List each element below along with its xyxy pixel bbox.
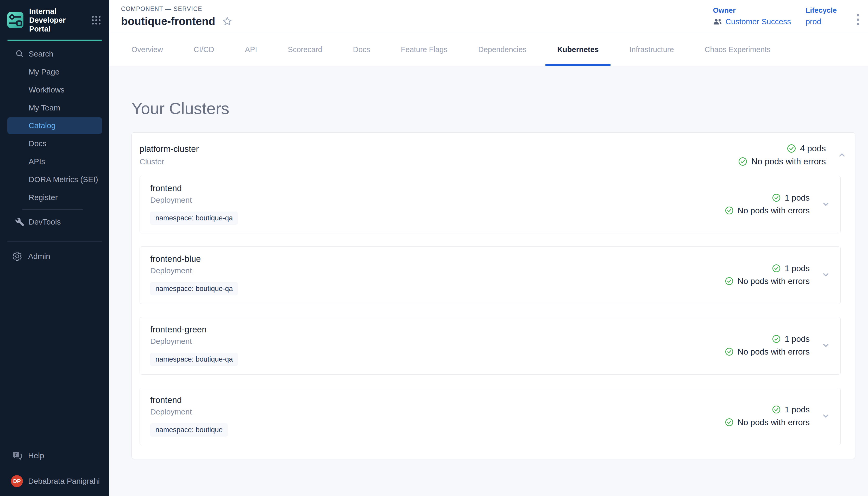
sidebar-user[interactable]: DP Debabrata Panigrahi (0, 472, 109, 490)
search-icon (15, 49, 25, 59)
cluster-name: platform-cluster (140, 144, 199, 154)
tab[interactable]: Feature Flags (389, 33, 459, 66)
chevron-down-icon[interactable] (821, 411, 831, 421)
check-circle-icon (725, 418, 734, 427)
deployment-card[interactable]: frontend-blue Deployment namespace: bout… (140, 246, 841, 304)
help-chat-icon: ? (12, 451, 22, 461)
lifecycle-block: Lifecycle prod (805, 6, 837, 26)
app-root: Internal Developer Portal Search My Page (0, 0, 868, 496)
deployment-name: frontend (150, 395, 228, 405)
deployment-list: frontend Deployment namespace: boutique-… (132, 174, 855, 459)
page-title: boutique-frontend (121, 15, 215, 28)
deployment-card[interactable]: frontend Deployment namespace: boutique (140, 388, 841, 445)
sidebar-item-label: Search (29, 49, 53, 58)
apps-grid-icon[interactable] (92, 16, 100, 25)
sidebar-item-search[interactable]: Search (0, 45, 109, 63)
portal-logo-icon (7, 12, 23, 28)
chevron-up-icon[interactable] (837, 150, 847, 160)
check-circle-icon (772, 335, 781, 343)
chevron-down-icon[interactable] (821, 340, 831, 351)
tab[interactable]: Kubernetes (545, 33, 611, 66)
sidebar-item[interactable]: Docs (0, 135, 109, 152)
sidebar: Internal Developer Portal Search My Page (0, 0, 109, 496)
sidebar-item[interactable]: My Page (0, 63, 109, 81)
favorite-star-icon[interactable] (222, 16, 232, 27)
deployment-pods-count: 1 pods (785, 334, 810, 344)
sidebar-item-label: Docs (29, 139, 46, 148)
sidebar-item-devtools[interactable]: DevTools (0, 213, 109, 231)
sidebar-item[interactable]: Register (0, 188, 109, 206)
deployment-kind: Deployment (150, 196, 238, 204)
tab[interactable]: Overview (120, 33, 175, 66)
lifecycle-label: Lifecycle (805, 6, 837, 15)
tab[interactable]: API (233, 33, 269, 66)
deployment-name: frontend-green (150, 325, 238, 335)
lifecycle-value: prod (805, 17, 837, 26)
tab[interactable]: Scorecard (276, 33, 334, 66)
tab-label: CI/CD (194, 45, 214, 54)
check-circle-icon (772, 405, 781, 414)
chevron-down-icon[interactable] (821, 269, 831, 280)
more-options-kebab-icon[interactable] (855, 13, 861, 27)
kubernetes-content: Your Clusters platform-cluster Cluster (109, 66, 868, 496)
deployment-pods-count: 1 pods (785, 405, 810, 415)
wrench-icon (15, 217, 25, 227)
user-avatar: DP (11, 475, 23, 487)
deployment-kind: Deployment (150, 337, 238, 346)
check-circle-icon (738, 157, 748, 166)
sidebar-item-help[interactable]: ? Help (0, 447, 109, 465)
tab-label: Feature Flags (401, 45, 448, 54)
deployment-kind: Deployment (150, 266, 238, 275)
check-circle-icon (725, 277, 734, 285)
logo-row: Internal Developer Portal (0, 0, 109, 40)
tab[interactable]: Docs (341, 33, 382, 66)
sidebar-item[interactable]: My Team (0, 99, 109, 117)
tab-label: Overview (131, 45, 163, 54)
check-circle-icon (725, 347, 734, 356)
sidebar-item-admin[interactable]: Admin (0, 247, 109, 265)
sidebar-divider (7, 241, 102, 242)
tab-label: Docs (353, 45, 370, 54)
namespace-chip: namespace: boutique (150, 423, 228, 437)
sidebar-item[interactable]: DORA Metrics (SEI) (0, 170, 109, 188)
cluster-kind: Cluster (140, 157, 199, 166)
user-name: Debabrata Panigrahi (28, 477, 100, 485)
sidebar-item[interactable]: Catalog (7, 117, 102, 134)
deployment-name: frontend (150, 183, 238, 193)
sidebar-item[interactable]: Workflows (0, 81, 109, 99)
cluster-pods-count: 4 pods (800, 143, 826, 153)
sidebar-item-label: Help (28, 451, 44, 460)
sidebar-item-label: Catalog (29, 121, 55, 130)
deployment-card[interactable]: frontend-green Deployment namespace: bou… (140, 317, 841, 375)
owner-block: Owner Customer Success (713, 6, 791, 26)
sidebar-item-label: DevTools (29, 218, 61, 227)
deployment-errors-status: No pods with errors (738, 276, 810, 286)
svg-text:?: ? (14, 452, 17, 456)
owner-value-link[interactable]: Customer Success (725, 17, 791, 26)
tab[interactable]: Infrastructure (618, 33, 686, 66)
sidebar-item-label: My Page (29, 67, 59, 76)
sidebar-item-label: Workflows (29, 86, 65, 94)
check-circle-icon (772, 193, 781, 202)
tab[interactable]: Chaos Experiments (693, 33, 782, 66)
tab-label: API (245, 45, 257, 54)
people-icon (713, 18, 722, 25)
cluster-header[interactable]: platform-cluster Cluster 4 pods (132, 133, 855, 174)
main-area: COMPONENT — SERVICE boutique-frontend Ow… (109, 0, 868, 496)
tab[interactable]: Dependencies (467, 33, 538, 66)
deployment-errors-status: No pods with errors (738, 347, 810, 357)
sidebar-item[interactable]: APIs (0, 152, 109, 170)
deployment-pods-count: 1 pods (785, 264, 810, 273)
chevron-down-icon[interactable] (821, 199, 831, 210)
deployment-card[interactable]: frontend Deployment namespace: boutique-… (140, 176, 841, 233)
cluster-errors-status: No pods with errors (751, 157, 826, 167)
sidebar-item-label: My Team (29, 104, 60, 112)
tab[interactable]: CI/CD (182, 33, 226, 66)
cluster-card: platform-cluster Cluster 4 pods (131, 132, 855, 459)
sidebar-item-label: DORA Metrics (SEI) (29, 175, 98, 184)
check-circle-icon (725, 206, 734, 215)
namespace-chip: namespace: boutique-qa (150, 282, 238, 295)
page-header: COMPONENT — SERVICE boutique-frontend Ow… (109, 0, 868, 33)
header-left: COMPONENT — SERVICE boutique-frontend (121, 5, 232, 28)
section-heading: Your Clusters (131, 99, 868, 118)
